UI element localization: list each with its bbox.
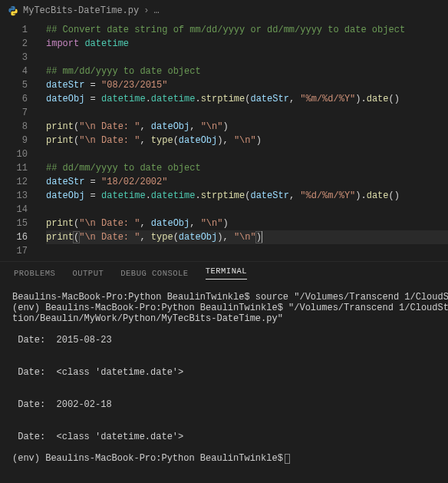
- code-area[interactable]: ## Convert date string of mm/dd/yyyy or …: [35, 22, 448, 261]
- line-number: 1: [0, 23, 28, 37]
- line-number: 15: [0, 217, 28, 230]
- terminal-line: tion/Beaulin/MyWork/Python/MyTecBits-Dat…: [12, 313, 436, 324]
- code-line[interactable]: [46, 244, 448, 258]
- line-number: 16: [0, 230, 28, 244]
- line-number: 12: [0, 175, 28, 189]
- breadcrumb: MyTecBits-DateTime.py › …: [0, 0, 448, 22]
- code-line[interactable]: ## Convert date string of mm/dd/yyyy or …: [46, 23, 448, 37]
- code-line[interactable]: import datetime: [46, 37, 448, 51]
- code-line[interactable]: ## dd/mm/yyyy to date object: [46, 161, 448, 175]
- line-number-gutter: 1234567891011121314151617: [0, 22, 35, 261]
- line-number: 8: [0, 120, 28, 134]
- code-line[interactable]: dateObj = datetime.datetime.strptime(dat…: [46, 189, 448, 203]
- code-line[interactable]: ## mm/dd/yyyy to date object: [46, 65, 448, 78]
- terminal-line: [12, 356, 436, 367]
- line-number: 5: [0, 78, 28, 92]
- terminal-line: Date: <class 'datetime.date'>: [12, 432, 436, 442]
- terminal-line: Date: 2015-08-23: [12, 335, 436, 346]
- line-number: 3: [0, 51, 28, 65]
- line-number: 9: [0, 134, 28, 147]
- panel-tab-terminal[interactable]: TERMINAL: [206, 266, 247, 280]
- breadcrumb-file[interactable]: MyTecBits-DateTime.py: [23, 5, 139, 16]
- code-line[interactable]: print("\n Date: ", type(dateObj), "\n"): [46, 230, 448, 244]
- terminal-line: [12, 389, 436, 399]
- terminal-line: Beaulins-MacBook-Pro:Python BeaulinTwink…: [12, 292, 436, 303]
- python-file-icon: [8, 5, 18, 16]
- terminal-line: [12, 378, 436, 389]
- line-number: 11: [0, 161, 28, 175]
- line-number: 6: [0, 92, 28, 106]
- terminal-cursor: [285, 454, 290, 464]
- code-line[interactable]: [46, 147, 448, 161]
- terminal-line: Date: <class 'datetime.date'>: [12, 367, 436, 378]
- terminal-line: Date: 2002-02-18: [12, 399, 436, 410]
- chevron-right-icon: ›: [143, 5, 149, 16]
- terminal-output[interactable]: Beaulins-MacBook-Pro:Python BeaulinTwink…: [0, 284, 448, 483]
- code-line[interactable]: print("\n Date: ", dateObj, "\n"): [46, 217, 448, 230]
- line-number: 17: [0, 244, 28, 258]
- panel-tab-output[interactable]: OUTPUT: [72, 269, 104, 278]
- code-line[interactable]: [46, 106, 448, 120]
- panel-tab-debug-console[interactable]: DEBUG CONSOLE: [120, 269, 188, 278]
- text-cursor: [262, 231, 262, 243]
- terminal-line: [12, 421, 436, 432]
- code-line[interactable]: dateStr = "08/23/2015": [46, 78, 448, 92]
- terminal-line: [12, 410, 436, 421]
- line-number: 10: [0, 147, 28, 161]
- terminal-line: [12, 442, 436, 453]
- line-number: 13: [0, 189, 28, 203]
- panel-tab-problems[interactable]: PROBLEMS: [14, 269, 55, 278]
- terminal-line: (env) Beaulins-MacBook-Pro:Python Beauli…: [12, 303, 436, 313]
- terminal-line: [12, 324, 436, 335]
- code-editor[interactable]: 1234567891011121314151617 ## Convert dat…: [0, 22, 448, 261]
- terminal-line: (env) Beaulins-MacBook-Pro:Python Beauli…: [12, 453, 436, 464]
- line-number: 4: [0, 65, 28, 78]
- line-number: 14: [0, 203, 28, 217]
- terminal-line: [12, 346, 436, 356]
- breadcrumb-more[interactable]: …: [153, 5, 159, 16]
- line-number: 7: [0, 106, 28, 120]
- code-line[interactable]: [46, 203, 448, 217]
- code-line[interactable]: print("\n Date: ", type(dateObj), "\n"): [46, 134, 448, 147]
- code-line[interactable]: dateObj = datetime.datetime.strptime(dat…: [46, 92, 448, 106]
- panel-tabs: PROBLEMSOUTPUTDEBUG CONSOLETERMINAL: [0, 261, 448, 284]
- line-number: 2: [0, 37, 28, 51]
- code-line[interactable]: [46, 51, 448, 65]
- code-line[interactable]: dateStr = "18/02/2002": [46, 175, 448, 189]
- code-line[interactable]: print("\n Date: ", dateObj, "\n"): [46, 120, 448, 134]
